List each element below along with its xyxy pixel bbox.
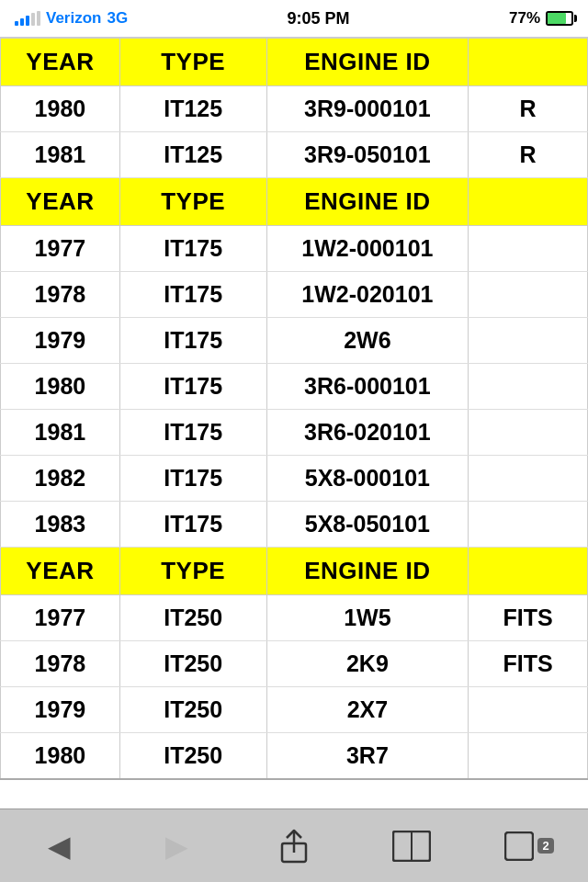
cell-engine-id: 3R6-000101	[266, 364, 469, 410]
table-row: 1982 IT175 5X8-000101	[1, 456, 588, 502]
header-type-it125: TYPE	[119, 39, 266, 86]
main-content: YEAR TYPE ENGINE ID 1980 IT125 3R9-00010…	[0, 37, 588, 808]
cell-extra	[469, 502, 588, 548]
table-row: 1980 IT175 3R6-000101	[1, 364, 588, 410]
cell-engine-id: 1W2-000101	[266, 226, 469, 272]
cell-engine-id: 3R7	[266, 733, 469, 780]
tabs-icon	[504, 831, 534, 861]
forward-icon: ▶	[165, 829, 188, 864]
cell-type: IT175	[119, 272, 266, 318]
cell-extra: R	[469, 132, 588, 178]
cell-type: IT125	[119, 86, 266, 132]
status-right: 77%	[509, 9, 573, 28]
cell-year: 1978	[1, 641, 120, 687]
cell-type: IT125	[119, 132, 266, 178]
cell-type: IT250	[119, 595, 266, 641]
tab-count-badge: 2	[537, 838, 553, 854]
bookmarks-button[interactable]	[375, 823, 448, 869]
header-engine-it175: ENGINE ID	[266, 178, 469, 226]
cell-engine-id: 5X8-050101	[266, 502, 469, 548]
table-row: 1980 IT125 3R9-000101 R	[1, 86, 588, 132]
cell-year: 1979	[1, 687, 120, 733]
forward-button[interactable]: ▶	[140, 823, 213, 869]
cell-engine-id: 3R9-050101	[266, 132, 469, 178]
cell-type: IT175	[119, 364, 266, 410]
cell-extra: FITS	[469, 641, 588, 687]
table-row: 1983 IT175 5X8-050101	[1, 502, 588, 548]
header-type-it175: TYPE	[119, 178, 266, 226]
signal-bar-1	[15, 21, 18, 26]
cell-extra	[469, 318, 588, 364]
cell-engine-id: 2W6	[266, 318, 469, 364]
status-left: Verizon 3G	[15, 9, 128, 28]
header-type-it250: TYPE	[119, 548, 266, 595]
signal-bar-2	[20, 18, 24, 26]
header-engine-it250: ENGINE ID	[266, 548, 469, 595]
cell-type: IT175	[119, 226, 266, 272]
table-row: 1978 IT175 1W2-020101	[1, 272, 588, 318]
cell-year: 1980	[1, 86, 120, 132]
cell-type: IT175	[119, 502, 266, 548]
signal-bar-3	[26, 16, 29, 26]
signal-bar-4	[31, 13, 35, 26]
time-label: 9:05 PM	[288, 9, 350, 28]
cell-type: IT250	[119, 733, 266, 780]
header-extra-it175	[469, 178, 588, 226]
table-row: 1981 IT175 3R6-020101	[1, 410, 588, 456]
cell-extra	[469, 364, 588, 410]
header-row-it175: YEAR TYPE ENGINE ID	[1, 178, 588, 226]
cell-year: 1982	[1, 456, 120, 502]
cell-type: IT250	[119, 641, 266, 687]
table-row: 1981 IT125 3R9-050101 R	[1, 132, 588, 178]
cell-year: 1978	[1, 272, 120, 318]
header-row-it125: YEAR TYPE ENGINE ID	[1, 39, 588, 86]
header-year-it250: YEAR	[1, 548, 120, 595]
cell-type: IT175	[119, 456, 266, 502]
header-year-it175: YEAR	[1, 178, 120, 226]
table-row: 1980 IT250 3R7	[1, 733, 588, 780]
cell-year: 1980	[1, 733, 120, 780]
cell-year: 1979	[1, 318, 120, 364]
cell-extra: FITS	[469, 595, 588, 641]
tabs-button[interactable]: 2	[492, 823, 566, 869]
cell-extra	[469, 687, 588, 733]
cell-extra	[469, 410, 588, 456]
nav-bar: ◀ ▶ 2	[0, 808, 588, 882]
engine-table: YEAR TYPE ENGINE ID 1980 IT125 3R9-00010…	[0, 38, 588, 780]
cell-extra	[469, 272, 588, 318]
table-row: 1977 IT250 1W5 FITS	[1, 595, 588, 641]
share-button[interactable]	[257, 823, 331, 869]
network-label: 3G	[107, 9, 128, 28]
back-icon: ◀	[48, 829, 71, 864]
cell-extra	[469, 456, 588, 502]
cell-engine-id: 2X7	[266, 687, 469, 733]
cell-engine-id: 3R6-020101	[266, 410, 469, 456]
table-row: 1979 IT175 2W6	[1, 318, 588, 364]
back-button[interactable]: ◀	[22, 823, 96, 869]
cell-type: IT175	[119, 410, 266, 456]
cell-engine-id: 1W2-020101	[266, 272, 469, 318]
cell-engine-id: 5X8-000101	[266, 456, 469, 502]
share-icon	[278, 829, 310, 864]
cell-extra	[469, 226, 588, 272]
cell-engine-id: 3R9-000101	[266, 86, 469, 132]
table-row: 1979 IT250 2X7	[1, 687, 588, 733]
cell-year: 1981	[1, 410, 120, 456]
header-row-it250: YEAR TYPE ENGINE ID	[1, 548, 588, 595]
cell-extra: R	[469, 86, 588, 132]
header-extra-it250	[469, 548, 588, 595]
cell-year: 1980	[1, 364, 120, 410]
cell-year: 1977	[1, 595, 120, 641]
header-extra-it125	[469, 39, 588, 86]
table-row: 1978 IT250 2K9 FITS	[1, 641, 588, 687]
book-icon	[392, 831, 431, 862]
battery-fill	[548, 13, 566, 24]
signal-bar-5	[37, 11, 40, 26]
carrier-label: Verizon	[46, 9, 101, 28]
battery-percent-label: 77%	[509, 9, 540, 28]
cell-year: 1983	[1, 502, 120, 548]
header-year-it125: YEAR	[1, 39, 120, 86]
cell-type: IT250	[119, 687, 266, 733]
svg-rect-4	[505, 832, 533, 860]
table-row: 1977 IT175 1W2-000101	[1, 226, 588, 272]
